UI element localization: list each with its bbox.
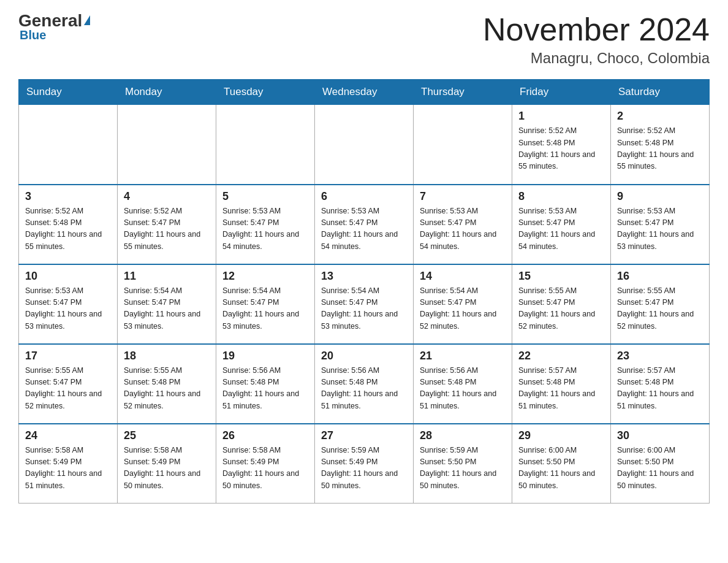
- calendar-subtitle: Managru, Choco, Colombia: [483, 50, 710, 67]
- day-number: 18: [124, 350, 210, 362]
- calendar-week-row: 17Sunrise: 5:55 AM Sunset: 5:47 PM Dayli…: [19, 344, 710, 424]
- calendar-day-cell: 27Sunrise: 5:59 AM Sunset: 5:49 PM Dayli…: [315, 424, 414, 504]
- calendar-header-row: SundayMondayTuesdayWednesdayThursdayFrid…: [19, 80, 710, 105]
- day-info: Sunrise: 5:56 AM Sunset: 5:48 PM Dayligh…: [222, 365, 308, 413]
- day-number: 21: [420, 350, 506, 362]
- calendar-day-cell: 13Sunrise: 5:54 AM Sunset: 5:47 PM Dayli…: [315, 264, 414, 344]
- day-number: 2: [617, 110, 703, 123]
- day-info: Sunrise: 5:53 AM Sunset: 5:47 PM Dayligh…: [25, 285, 111, 333]
- calendar-day-cell: 17Sunrise: 5:55 AM Sunset: 5:47 PM Dayli…: [19, 344, 118, 424]
- day-info: Sunrise: 5:59 AM Sunset: 5:49 PM Dayligh…: [321, 445, 407, 492]
- day-info: Sunrise: 5:55 AM Sunset: 5:48 PM Dayligh…: [124, 365, 210, 413]
- day-number: 16: [617, 270, 703, 283]
- day-number: 17: [25, 350, 111, 362]
- day-number: 4: [124, 190, 210, 203]
- calendar-week-row: 24Sunrise: 5:58 AM Sunset: 5:49 PM Dayli…: [19, 424, 710, 504]
- day-info: Sunrise: 5:56 AM Sunset: 5:48 PM Dayligh…: [420, 365, 506, 413]
- day-number: 10: [25, 270, 111, 283]
- day-info: Sunrise: 5:54 AM Sunset: 5:47 PM Dayligh…: [420, 285, 506, 333]
- day-info: Sunrise: 5:57 AM Sunset: 5:48 PM Dayligh…: [518, 365, 604, 413]
- calendar-day-cell: 26Sunrise: 5:58 AM Sunset: 5:49 PM Dayli…: [216, 424, 315, 504]
- calendar-day-cell: 4Sunrise: 5:52 AM Sunset: 5:47 PM Daylig…: [118, 185, 216, 264]
- day-number: 14: [420, 270, 506, 283]
- day-info: Sunrise: 6:00 AM Sunset: 5:50 PM Dayligh…: [617, 445, 703, 492]
- calendar-day-cell: [19, 105, 118, 185]
- page-header: General Blue November 2024 Managru, Choc…: [18, 12, 710, 67]
- day-info: Sunrise: 5:57 AM Sunset: 5:48 PM Dayligh…: [617, 365, 703, 413]
- day-number: 27: [321, 429, 407, 442]
- calendar-week-row: 1Sunrise: 5:52 AM Sunset: 5:48 PM Daylig…: [19, 105, 710, 185]
- day-info: Sunrise: 5:55 AM Sunset: 5:47 PM Dayligh…: [25, 365, 111, 413]
- day-number: 9: [617, 190, 703, 203]
- logo-general: General: [18, 12, 82, 29]
- day-info: Sunrise: 5:54 AM Sunset: 5:47 PM Dayligh…: [124, 285, 210, 333]
- day-info: Sunrise: 5:53 AM Sunset: 5:47 PM Dayligh…: [518, 205, 604, 253]
- calendar-day-cell: 6Sunrise: 5:53 AM Sunset: 5:47 PM Daylig…: [315, 185, 414, 264]
- day-number: 13: [321, 270, 407, 283]
- calendar-day-cell: 1Sunrise: 5:52 AM Sunset: 5:48 PM Daylig…: [512, 105, 611, 185]
- day-info: Sunrise: 5:52 AM Sunset: 5:48 PM Dayligh…: [617, 125, 703, 173]
- calendar-day-cell: 24Sunrise: 5:58 AM Sunset: 5:49 PM Dayli…: [19, 424, 118, 504]
- calendar-day-cell: 7Sunrise: 5:53 AM Sunset: 5:47 PM Daylig…: [414, 185, 512, 264]
- day-info: Sunrise: 5:53 AM Sunset: 5:47 PM Dayligh…: [420, 205, 506, 253]
- day-number: 19: [222, 350, 308, 362]
- day-of-week-header: Sunday: [19, 80, 118, 105]
- day-of-week-header: Monday: [118, 80, 216, 105]
- calendar-day-cell: 10Sunrise: 5:53 AM Sunset: 5:47 PM Dayli…: [19, 264, 118, 344]
- day-info: Sunrise: 5:58 AM Sunset: 5:49 PM Dayligh…: [222, 445, 308, 492]
- day-number: 23: [617, 350, 703, 362]
- calendar-day-cell: 2Sunrise: 5:52 AM Sunset: 5:48 PM Daylig…: [611, 105, 710, 185]
- calendar-day-cell: 23Sunrise: 5:57 AM Sunset: 5:48 PM Dayli…: [611, 344, 710, 424]
- day-info: Sunrise: 5:54 AM Sunset: 5:47 PM Dayligh…: [222, 285, 308, 333]
- calendar-day-cell: 12Sunrise: 5:54 AM Sunset: 5:47 PM Dayli…: [216, 264, 315, 344]
- day-number: 8: [518, 190, 604, 203]
- calendar-day-cell: 14Sunrise: 5:54 AM Sunset: 5:47 PM Dayli…: [414, 264, 512, 344]
- day-of-week-header: Thursday: [414, 80, 512, 105]
- logo-triangle-icon: [84, 15, 90, 25]
- day-info: Sunrise: 5:59 AM Sunset: 5:50 PM Dayligh…: [420, 445, 506, 492]
- day-number: 28: [420, 429, 506, 442]
- calendar-week-row: 3Sunrise: 5:52 AM Sunset: 5:48 PM Daylig…: [19, 185, 710, 264]
- day-of-week-header: Wednesday: [315, 80, 414, 105]
- day-info: Sunrise: 5:53 AM Sunset: 5:47 PM Dayligh…: [617, 205, 703, 253]
- calendar-day-cell: 22Sunrise: 5:57 AM Sunset: 5:48 PM Dayli…: [512, 344, 611, 424]
- day-info: Sunrise: 5:55 AM Sunset: 5:47 PM Dayligh…: [518, 285, 604, 333]
- day-number: 20: [321, 350, 407, 362]
- logo: General Blue: [18, 12, 90, 42]
- calendar-day-cell: 5Sunrise: 5:53 AM Sunset: 5:47 PM Daylig…: [216, 185, 315, 264]
- day-number: 7: [420, 190, 506, 203]
- logo-blue: Blue: [18, 28, 46, 42]
- day-number: 3: [25, 190, 111, 203]
- calendar-day-cell: 8Sunrise: 5:53 AM Sunset: 5:47 PM Daylig…: [512, 185, 611, 264]
- day-of-week-header: Saturday: [611, 80, 710, 105]
- day-info: Sunrise: 5:52 AM Sunset: 5:48 PM Dayligh…: [518, 125, 604, 173]
- calendar-day-cell: 28Sunrise: 5:59 AM Sunset: 5:50 PM Dayli…: [414, 424, 512, 504]
- calendar-week-row: 10Sunrise: 5:53 AM Sunset: 5:47 PM Dayli…: [19, 264, 710, 344]
- day-info: Sunrise: 6:00 AM Sunset: 5:50 PM Dayligh…: [518, 445, 604, 492]
- calendar-day-cell: 16Sunrise: 5:55 AM Sunset: 5:47 PM Dayli…: [611, 264, 710, 344]
- day-number: 15: [518, 270, 604, 283]
- calendar-day-cell: 15Sunrise: 5:55 AM Sunset: 5:47 PM Dayli…: [512, 264, 611, 344]
- day-number: 22: [518, 350, 604, 362]
- calendar-day-cell: 21Sunrise: 5:56 AM Sunset: 5:48 PM Dayli…: [414, 344, 512, 424]
- day-info: Sunrise: 5:55 AM Sunset: 5:47 PM Dayligh…: [617, 285, 703, 333]
- calendar-day-cell: [216, 105, 315, 185]
- day-info: Sunrise: 5:58 AM Sunset: 5:49 PM Dayligh…: [124, 445, 210, 492]
- title-area: November 2024 Managru, Choco, Colombia: [483, 12, 710, 67]
- calendar-day-cell: 18Sunrise: 5:55 AM Sunset: 5:48 PM Dayli…: [118, 344, 216, 424]
- calendar-day-cell: 20Sunrise: 5:56 AM Sunset: 5:48 PM Dayli…: [315, 344, 414, 424]
- day-number: 5: [222, 190, 308, 203]
- calendar-day-cell: 29Sunrise: 6:00 AM Sunset: 5:50 PM Dayli…: [512, 424, 611, 504]
- day-info: Sunrise: 5:52 AM Sunset: 5:48 PM Dayligh…: [25, 205, 111, 253]
- day-number: 1: [518, 110, 604, 123]
- day-of-week-header: Friday: [512, 80, 611, 105]
- day-info: Sunrise: 5:54 AM Sunset: 5:47 PM Dayligh…: [321, 285, 407, 333]
- day-number: 29: [518, 429, 604, 442]
- calendar-day-cell: 19Sunrise: 5:56 AM Sunset: 5:48 PM Dayli…: [216, 344, 315, 424]
- calendar-day-cell: [414, 105, 512, 185]
- day-number: 30: [617, 429, 703, 442]
- day-info: Sunrise: 5:52 AM Sunset: 5:47 PM Dayligh…: [124, 205, 210, 253]
- calendar-title: November 2024: [483, 12, 710, 47]
- day-number: 25: [124, 429, 210, 442]
- day-number: 24: [25, 429, 111, 442]
